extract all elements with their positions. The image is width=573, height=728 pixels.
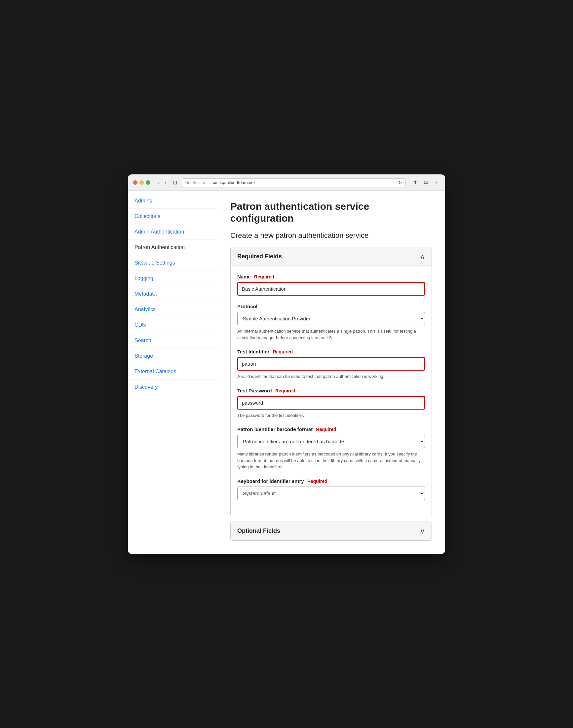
forward-button[interactable]: › [162,179,168,186]
test-identifier-input[interactable] [237,357,425,371]
expand-icon: ∨ [420,527,425,535]
keyboard-select[interactable]: System default Standard Email address Nu… [237,487,425,500]
share-button[interactable]: ⬆ [411,178,419,187]
address-url: cm.lcp.hilbertteam.net [213,180,255,185]
protocol-select[interactable]: Simple Authentication Provider MILCS Cle… [237,312,425,325]
barcode-field-group: Patron identifier barcode format Require… [237,427,425,470]
collapse-icon: ∧ [420,253,425,260]
required-fields-card: Required Fields ∧ Name Required [230,247,432,516]
test-password-input[interactable] [237,396,425,409]
app-body: Admins Collections Admin Authentication … [128,190,445,554]
minimize-button[interactable] [140,180,144,185]
sidebar-item-analytics[interactable]: Analytics [128,302,217,318]
new-tab-button[interactable]: + [432,178,440,187]
test-password-label: Test Password Required [237,388,425,393]
test-password-help-text: The password for the test identifier. [237,412,425,419]
sidebar-item-cdn[interactable]: CDN [128,318,217,333]
test-password-label-text: Test Password [237,388,272,393]
sidebar-item-collections[interactable]: Collections [128,209,217,224]
barcode-label-text: Patron identifier barcode format [237,427,313,432]
keyboard-label-text: Keyboard for identifier entry [237,478,304,484]
sidebar-item-search[interactable]: Search [128,333,217,348]
browser-controls: ‹ › ⊡ Not Secure — cm.lcp.hilbertteam.ne… [133,178,440,187]
refresh-button[interactable]: ↻ [398,180,402,185]
required-fields-title: Required Fields [237,253,282,260]
barcode-required-badge: Required [316,427,336,432]
maximize-button[interactable] [146,180,150,185]
not-secure-label: Not Secure — [186,180,210,185]
name-label-text: Name [237,274,251,279]
traffic-lights [133,180,150,185]
browser-window: ‹ › ⊡ Not Secure — cm.lcp.hilbertteam.ne… [128,174,445,554]
required-fields-header[interactable]: Required Fields ∧ [231,247,431,266]
sidebar-item-metadata[interactable]: Metadata [128,286,217,302]
sidebar-item-discovery[interactable]: Discovery [128,380,217,395]
sidebar-toggle-button[interactable]: ⊡ [171,179,179,186]
address-bar[interactable]: Not Secure — cm.lcp.hilbertteam.net ↻ [182,178,406,187]
name-field-group: Name Required [237,274,425,296]
sidebar-item-sitewide-settings[interactable]: Sitewide Settings [128,255,217,271]
test-identifier-help-text: A valid identifier that can be used to t… [237,373,425,380]
keyboard-field-group: Keyboard for identifier entry Required S… [237,478,425,500]
required-fields-body: Name Required Protocol Simple Authentica… [231,266,431,516]
duplicate-tab-button[interactable]: ⧉ [422,178,430,187]
test-identifier-label: Test Identifier Required [237,349,425,354]
main-content: Patron authentication service configurat… [217,190,445,554]
test-password-required-badge: Required [275,388,296,393]
optional-fields-title: Optional Fields [237,527,280,535]
test-identifier-required-badge: Required [273,349,293,354]
sidebar: Admins Collections Admin Authentication … [128,190,217,554]
sidebar-item-admin-authentication[interactable]: Admin Authentication [128,224,217,240]
test-identifier-label-text: Test Identifier [237,349,269,354]
protocol-field-group: Protocol Simple Authentication Provider … [237,303,425,341]
sidebar-item-logging[interactable]: Logging [128,271,217,286]
name-label: Name Required [237,274,425,279]
sidebar-item-storage[interactable]: Storage [128,348,217,364]
protocol-label: Protocol [237,303,425,309]
sidebar-item-admins[interactable]: Admins [128,193,217,209]
keyboard-required-badge: Required [307,479,327,484]
sidebar-item-external-catalogs[interactable]: External Catalogs [128,364,217,380]
barcode-help-text: Many libraries render patron identifiers… [237,451,425,470]
section-title: Create a new patron authentication servi… [230,231,432,240]
sidebar-item-patron-authentication[interactable]: Patron Authentication [128,240,217,255]
protocol-label-text: Protocol [237,303,257,309]
barcode-select[interactable]: Patron identifiers are not rendered as b… [237,435,425,448]
name-input[interactable] [237,282,425,296]
keyboard-label: Keyboard for identifier entry Required [237,478,425,484]
protocol-help-text: An internal authentication service that … [237,328,425,341]
browser-chrome: ‹ › ⊡ Not Secure — cm.lcp.hilbertteam.ne… [128,174,445,190]
optional-fields-header[interactable]: Optional Fields ∨ [231,522,431,541]
barcode-label: Patron identifier barcode format Require… [237,427,425,432]
optional-fields-card: Optional Fields ∨ [230,521,432,541]
test-password-field-group: Test Password Required The password for … [237,388,425,419]
browser-actions: ⬆ ⧉ + [411,178,440,187]
nav-buttons: ‹ › [155,179,168,186]
close-button[interactable] [133,180,138,185]
back-button[interactable]: ‹ [155,179,161,186]
name-required-badge: Required [254,274,274,279]
page-title: Patron authentication service configurat… [230,201,432,224]
test-identifier-field-group: Test Identifier Required A valid identif… [237,349,425,380]
